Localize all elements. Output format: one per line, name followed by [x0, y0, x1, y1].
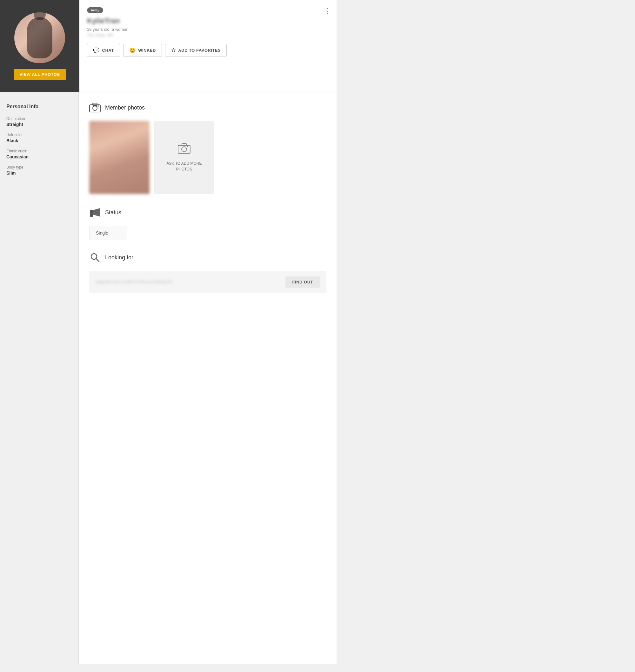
- svg-point-3: [97, 105, 99, 107]
- status-section: Status Single: [89, 207, 326, 240]
- wink-icon: 😊: [129, 47, 136, 53]
- orientation-value: Straight: [6, 122, 72, 127]
- orientation-item: Orientation Straight: [6, 116, 72, 127]
- camera-placeholder-icon: [178, 143, 191, 156]
- profile-location: Thu, Away, 100: [87, 33, 329, 38]
- looking-for-section: Looking for Upgrade your profile to find…: [89, 252, 326, 293]
- member-photos-header: Member photos: [89, 102, 326, 113]
- svg-point-7: [187, 146, 188, 147]
- svg-point-1: [93, 106, 97, 110]
- away-badge: Away: [87, 7, 103, 13]
- ethnic-origin-item: Ethnic origin Caucasian: [6, 149, 72, 159]
- content-panel: Member photos ASK TO ADD MOREPHOTOS: [79, 92, 336, 664]
- find-out-button[interactable]: FIND OUT: [285, 276, 320, 288]
- winked-button[interactable]: 😊 WINKED: [123, 44, 162, 57]
- ask-more-photos-button[interactable]: ASK TO ADD MOREPHOTOS: [154, 121, 214, 194]
- looking-for-header: Looking for: [89, 252, 326, 263]
- camera-icon: [89, 102, 101, 113]
- add-to-favorites-button[interactable]: ☆ ADD TO FAVORITES: [165, 44, 227, 57]
- svg-rect-10: [90, 215, 93, 217]
- member-photos-title: Member photos: [105, 105, 145, 111]
- orientation-label: Orientation: [6, 116, 72, 121]
- ethnic-origin-label: Ethnic origin: [6, 149, 72, 153]
- status-header: Status: [89, 207, 326, 218]
- profile-age: 18 years old, a woman: [87, 27, 329, 32]
- hair-color-label: Hair color: [6, 133, 72, 137]
- profile-header: VIEW ALL PHOTOS Away KylieTran 18 years …: [0, 0, 336, 92]
- chat-icon: 💬: [93, 47, 100, 53]
- status-title: Status: [105, 209, 121, 216]
- hair-color-value: Black: [6, 138, 72, 143]
- svg-marker-8: [90, 210, 93, 215]
- body-type-value: Slim: [6, 171, 72, 176]
- action-buttons: 💬 CHAT 😊 WINKED ☆ ADD TO FAVORITES: [87, 44, 329, 57]
- svg-line-13: [96, 259, 99, 262]
- sidebar: Personal info Orientation Straight Hair …: [0, 92, 79, 664]
- more-options-button[interactable]: ⋮: [324, 7, 331, 15]
- body-type-label: Body type: [6, 165, 72, 170]
- ethnic-origin-value: Caucasian: [6, 154, 72, 159]
- svg-point-5: [182, 147, 187, 152]
- upgrade-box: Upgrade your profile to find out looking…: [89, 271, 326, 293]
- avatar-silhouette: [27, 17, 52, 59]
- svg-marker-9: [93, 208, 100, 217]
- hair-color-item: Hair color Black: [6, 133, 72, 143]
- profile-info-column: Away KylieTran 18 years old, a woman Thu…: [79, 0, 336, 92]
- profile-photo-column: VIEW ALL PHOTOS: [0, 0, 79, 92]
- personal-info-title: Personal info: [6, 104, 72, 110]
- avatar: [14, 13, 65, 63]
- body-type-item: Body type Slim: [6, 165, 72, 176]
- winked-btn-label: WINKED: [138, 48, 156, 53]
- status-value: Single: [89, 226, 127, 240]
- ask-photos-label: ASK TO ADD MOREPHOTOS: [167, 161, 202, 172]
- chat-btn-label: CHAT: [102, 48, 114, 53]
- favorites-btn-label: ADD TO FAVORITES: [178, 48, 221, 53]
- chat-button[interactable]: 💬 CHAT: [87, 44, 120, 57]
- member-photos-section: Member photos ASK TO ADD MOREPHOTOS: [89, 102, 326, 194]
- upgrade-text: Upgrade your profile to find out looking…: [95, 279, 279, 285]
- megaphone-icon: [89, 207, 101, 218]
- view-all-photos-button[interactable]: VIEW ALL PHOTOS: [14, 69, 65, 80]
- main-content: Personal info Orientation Straight Hair …: [0, 92, 336, 664]
- photo-thumb-1[interactable]: [89, 121, 150, 194]
- looking-for-title: Looking for: [105, 254, 133, 261]
- search-icon: [89, 252, 101, 263]
- photos-grid: ASK TO ADD MOREPHOTOS: [89, 121, 326, 194]
- profile-name: KylieTran: [87, 17, 329, 25]
- star-icon: ☆: [171, 47, 176, 53]
